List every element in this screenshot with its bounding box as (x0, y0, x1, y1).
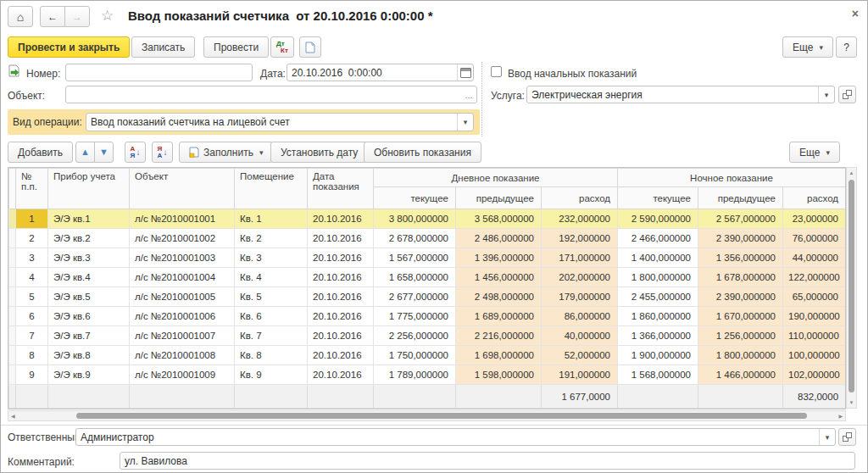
cell-day-current[interactable]: 3 800,000000 (374, 209, 456, 229)
cell-day-current[interactable]: 1 567,000000 (374, 248, 456, 268)
cell-night-previous[interactable]: 1 356,000000 (698, 248, 783, 268)
cell-num[interactable]: 5 (16, 287, 48, 307)
cell-night-current[interactable]: 2 590,000000 (618, 209, 698, 229)
cell-night-current[interactable]: 1 860,000000 (618, 307, 698, 326)
cell-date[interactable]: 20.10.2016 (308, 326, 374, 346)
cell-night-consumption[interactable]: 44,000000 (783, 248, 846, 268)
table-row[interactable]: 4Э/Э кв.4л/с №2010001004Кв. 420.10.20161… (9, 268, 846, 287)
cell-night-consumption[interactable]: 102,000000 (783, 365, 846, 385)
cell-room[interactable]: Кв. 5 (235, 287, 308, 307)
cell-num[interactable]: 3 (16, 248, 48, 268)
cell-object[interactable]: л/с №2010001005 (130, 287, 235, 307)
cell-day-previous[interactable]: 2 216,000000 (456, 326, 542, 346)
date-input[interactable] (287, 64, 457, 81)
vertical-scrollbar-thumb[interactable] (849, 180, 854, 392)
cell-day-previous[interactable]: 2 486,000000 (456, 229, 542, 248)
cell-device[interactable]: Э/Э кв.1 (48, 209, 130, 229)
cell-night-previous[interactable]: 2 567,000000 (698, 209, 783, 229)
cell-night-previous[interactable]: 2 390,000000 (698, 229, 783, 248)
vertical-scrollbar[interactable]: ▲ ▼ (846, 167, 857, 409)
cell-object[interactable]: л/с №2010001004 (130, 268, 235, 287)
cell-object[interactable]: л/с №2010001009 (130, 365, 235, 385)
cell-device[interactable]: Э/Э кв.5 (48, 287, 130, 307)
cell-object[interactable]: л/с №2010001006 (130, 307, 235, 326)
cell-device[interactable]: Э/Э кв.8 (48, 346, 130, 365)
cell-night-consumption[interactable]: 100,000000 (783, 346, 846, 365)
cell-day-current[interactable]: 2 256,000000 (374, 326, 456, 346)
cell-room[interactable]: Кв. 7 (235, 326, 308, 346)
number-input[interactable] (66, 64, 252, 81)
cell-date[interactable]: 20.10.2016 (308, 209, 374, 229)
cell-day-consumption[interactable]: 202,000000 (542, 268, 618, 287)
cell-day-consumption[interactable]: 86,000000 (542, 307, 618, 326)
cell-date[interactable]: 20.10.2016 (308, 287, 374, 307)
table-more-button[interactable]: Еще▾ (789, 142, 840, 163)
cell-num[interactable]: 7 (16, 326, 48, 346)
set-date-button[interactable]: Установить дату (270, 142, 368, 163)
fill-button[interactable]: Заполнить ▾ (179, 142, 273, 163)
cell-num[interactable]: 1 (16, 209, 48, 229)
table-row[interactable]: 7Э/Э кв.7л/с №2010001007Кв. 720.10.20162… (9, 326, 846, 346)
cell-night-current[interactable]: 1 400,000000 (618, 248, 698, 268)
horizontal-scrollbar-thumb[interactable] (76, 413, 807, 419)
cell-day-previous[interactable]: 2 498,000000 (456, 287, 542, 307)
cell-date[interactable]: 20.10.2016 (308, 307, 374, 326)
horizontal-scrollbar[interactable]: ◀ ▶ (8, 410, 846, 421)
operation-kind-combo[interactable]: Ввод показаний счетчика на лицевой счет … (86, 113, 474, 131)
service-dropdown-button[interactable]: ▾ (818, 86, 834, 103)
table-row[interactable]: 2Э/Э кв.2л/с №2010001002Кв. 220.10.20162… (9, 229, 846, 248)
table-row[interactable]: 3Э/Э кв.3л/с №2010001003Кв. 320.10.20161… (9, 248, 846, 268)
cell-device[interactable]: Э/Э кв.9 (48, 365, 130, 385)
table-row[interactable]: 1Э/Э кв.1л/с №2010001001Кв. 120.10.20163… (9, 209, 846, 229)
cell-day-consumption[interactable]: 232,000000 (542, 209, 618, 229)
cell-day-previous[interactable]: 1 456,000000 (456, 268, 542, 287)
object-choose-button[interactable]: ... (461, 86, 476, 103)
cell-room[interactable]: Кв. 8 (235, 346, 308, 365)
cell-day-consumption[interactable]: 191,000000 (542, 365, 618, 385)
service-combo[interactable]: Электрическая энергия ▾ (526, 86, 835, 103)
cell-night-previous[interactable]: 1 670,000000 (698, 307, 783, 326)
home-button[interactable]: ⌂ (8, 6, 33, 27)
cell-night-current[interactable]: 2 455,000000 (618, 287, 698, 307)
cell-num[interactable]: 2 (16, 229, 48, 248)
post-button[interactable]: Провести (203, 36, 269, 58)
cell-room[interactable]: Кв. 4 (235, 268, 308, 287)
cell-room[interactable]: Кв. 9 (235, 365, 308, 385)
post-and-close-button[interactable]: Провести и закрыть (8, 36, 130, 58)
cell-device[interactable]: Э/Э кв.6 (48, 307, 130, 326)
cell-day-consumption[interactable]: 179,000000 (542, 287, 618, 307)
save-button[interactable]: Записать (131, 36, 195, 58)
command-more-button[interactable]: Еще▾ (782, 36, 833, 58)
calendar-picker-button[interactable] (457, 64, 473, 81)
cell-night-current[interactable]: 1 900,000000 (618, 346, 698, 365)
cell-night-consumption[interactable]: 190,000000 (783, 307, 846, 326)
cell-object[interactable]: л/с №2010001007 (130, 326, 235, 346)
cell-night-previous[interactable]: 1 800,000000 (698, 346, 783, 365)
cell-day-previous[interactable]: 1 689,000000 (456, 307, 542, 326)
cell-night-current[interactable]: 1 800,000000 (618, 268, 698, 287)
cell-date[interactable]: 20.10.2016 (308, 248, 374, 268)
cell-day-consumption[interactable]: 171,000000 (542, 248, 618, 268)
cell-date[interactable]: 20.10.2016 (308, 365, 374, 385)
refresh-readings-button[interactable]: Обновить показания (364, 142, 481, 163)
cell-night-current[interactable]: 1 366,000000 (618, 326, 698, 346)
cell-room[interactable]: Кв. 3 (235, 248, 308, 268)
comment-input[interactable] (120, 453, 854, 469)
cell-day-previous[interactable]: 1 598,000000 (456, 365, 542, 385)
cell-room[interactable]: Кв. 1 (235, 209, 308, 229)
operation-dropdown-button[interactable]: ▾ (457, 114, 473, 131)
cell-day-current[interactable]: 1 750,000000 (374, 346, 456, 365)
cell-object[interactable]: л/с №2010001002 (130, 229, 235, 248)
cell-day-current[interactable]: 2 678,000000 (374, 229, 456, 248)
initial-readings-checkbox[interactable] (491, 66, 502, 77)
cell-day-current[interactable]: 1 789,000000 (374, 365, 456, 385)
cell-day-consumption[interactable]: 192,000000 (542, 229, 618, 248)
cell-object[interactable]: л/с №2010001003 (130, 248, 235, 268)
table-row[interactable]: 6Э/Э кв.6л/с №2010001006Кв. 620.10.20161… (9, 307, 846, 326)
cell-night-previous[interactable]: 1 466,000000 (698, 365, 783, 385)
cell-device[interactable]: Э/Э кв.2 (48, 229, 130, 248)
service-open-button[interactable] (838, 86, 856, 103)
cell-object[interactable]: л/с №2010001001 (130, 209, 235, 229)
responsible-combo[interactable]: Администратор ▾ (75, 428, 836, 446)
dtkt-register-button[interactable]: ДтКт (270, 36, 294, 58)
